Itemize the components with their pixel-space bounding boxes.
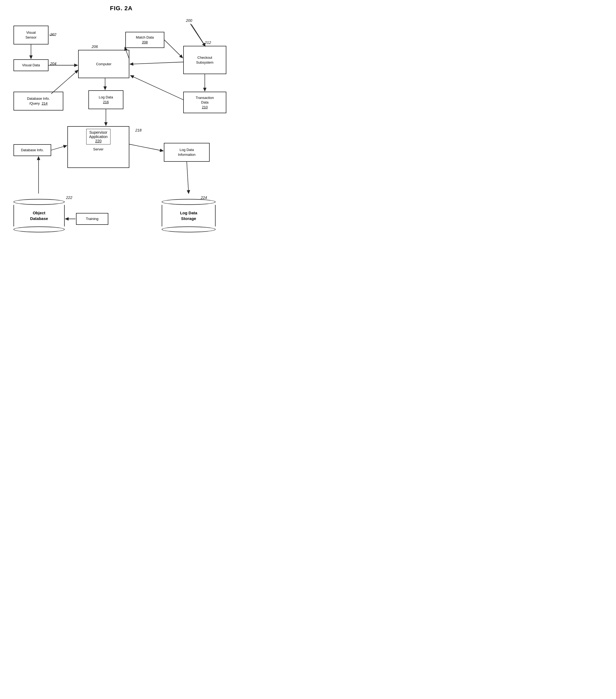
- log-data-info-box: Log DataInformation: [164, 143, 210, 162]
- checkout-to-computer: [130, 62, 183, 64]
- log-data-storage-cylinder: Log DataStorage: [162, 194, 216, 237]
- dbinfo-to-supervisor: [51, 146, 67, 150]
- transdata-to-computer: [131, 76, 183, 100]
- log-data-box: Log Data216: [89, 90, 123, 109]
- ref-206: 206: [92, 44, 98, 49]
- visual-sensor-label: VisualSensor: [25, 30, 36, 40]
- matchdata-to-checkout: [164, 40, 183, 58]
- ref-212: 212: [205, 40, 211, 45]
- visual-data-label: Visual Data: [22, 63, 40, 68]
- computer-label: Computer: [96, 62, 111, 67]
- log-data-info-label: Log DataInformation: [178, 147, 196, 157]
- supervisor-app-inner: SupervisorApplication220: [86, 129, 111, 145]
- db-info-query-label: Database Info./Query 214: [27, 96, 50, 106]
- ref-218: 218: [135, 128, 142, 132]
- training-box: Training: [76, 213, 108, 225]
- ref-224: 224: [201, 196, 207, 200]
- object-database-label: ObjectDatabase: [30, 210, 48, 221]
- visual-data-box: Visual Data: [13, 59, 49, 71]
- db-info-query-box: Database Info./Query 214: [13, 92, 63, 110]
- fig-title: FIG. 2A: [0, 0, 242, 12]
- diagram-container: FIG. 2A 200 VisualSensor 202 Visual Data…: [0, 0, 242, 275]
- supervisor-app-label: SupervisorApplication220: [89, 130, 108, 143]
- checkout-subsystem-box: CheckoutSubsystem: [183, 46, 226, 74]
- loginfo-to-logstorage: [187, 162, 189, 194]
- training-label: Training: [86, 216, 98, 221]
- computer-box: Computer: [78, 50, 129, 78]
- database-info-box: Database Info.: [13, 144, 51, 156]
- object-database-cylinder: ObjectDatabase: [13, 194, 65, 237]
- log-data-label: Log Data216: [99, 95, 113, 104]
- match-data-label: Match Data208: [136, 35, 153, 44]
- checkout-subsystem-label: CheckoutSubsystem: [196, 55, 213, 65]
- ref-202: 202: [50, 32, 56, 37]
- server-box: SupervisorApplication220 Server: [67, 126, 129, 168]
- ref-222: 222: [66, 196, 72, 200]
- ref200-arrow: [191, 24, 205, 45]
- ref-200: 200: [186, 18, 192, 23]
- transaction-data-label: TransactionData210: [196, 95, 214, 110]
- database-info-label: Database Info.: [21, 148, 44, 153]
- ref200-arrow2: [190, 24, 205, 47]
- dbquery-to-computer: [51, 70, 78, 94]
- ref-204: 204: [50, 62, 56, 66]
- visual-sensor-box: VisualSensor: [13, 26, 49, 44]
- server-label: Server: [93, 147, 104, 151]
- transaction-data-box: TransactionData210: [183, 92, 226, 113]
- supervisor-to-loginfo: [129, 144, 163, 151]
- log-data-storage-label: Log DataStorage: [180, 210, 197, 221]
- match-data-box: Match Data208: [125, 32, 164, 48]
